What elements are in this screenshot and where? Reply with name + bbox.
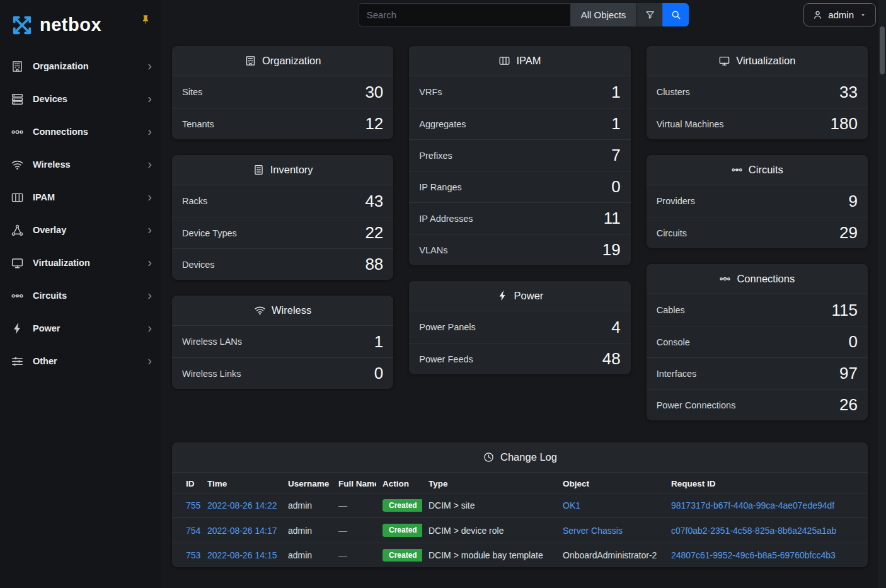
sidebar-item-label: Wireless <box>33 159 139 170</box>
sidebar-item-overlay[interactable]: Overlay› <box>0 214 161 246</box>
chevron-right-icon: › <box>147 354 152 369</box>
sidebar-item-circuits[interactable]: Circuits› <box>0 279 161 312</box>
sidebar-pin-button[interactable] <box>141 12 151 38</box>
search-input[interactable] <box>358 3 570 26</box>
cable-icon <box>11 125 24 139</box>
stat-power-panels[interactable]: Power Panels4 <box>409 311 630 343</box>
stat-racks[interactable]: Racks43 <box>172 185 393 217</box>
stat-power-connections[interactable]: Power Connections26 <box>647 389 868 420</box>
flash-icon <box>497 290 509 302</box>
card-organization: OrganizationSites30Tenants12 <box>172 46 393 139</box>
search-button[interactable] <box>662 3 689 26</box>
sidebar-item-organization[interactable]: Organization› <box>0 50 161 83</box>
app: netbox Organization›Devices›Connections›… <box>0 0 886 588</box>
sidebar-item-devices[interactable]: Devices› <box>0 83 161 115</box>
stat-label: Device Types <box>182 228 237 238</box>
sidebar-item-other[interactable]: Other› <box>0 345 161 378</box>
tune-icon <box>11 355 24 368</box>
object-link[interactable]: OK1 <box>563 500 580 510</box>
card-title: Connections <box>737 273 795 285</box>
request-id-link[interactable]: 9817317d-b67f-440a-99ca-4ae07ede94df <box>671 500 834 510</box>
sidebar-item-ipam[interactable]: IPAM› <box>0 181 161 214</box>
stat-circuits[interactable]: Circuits29 <box>647 217 868 248</box>
request-id-link[interactable]: c07f0ab2-2351-4c58-825a-8b6a2425a1ab <box>671 526 836 536</box>
stat-clusters[interactable]: Clusters33 <box>647 76 868 108</box>
sidebar: netbox Organization›Devices›Connections›… <box>0 0 161 588</box>
time-link[interactable]: 2022-08-26 14:15 <box>207 550 277 560</box>
table-row: 7552022-08-26 14:22admin—CreatedDCIM > s… <box>172 493 868 518</box>
cell-action: Created <box>376 543 422 567</box>
stat-value: 0 <box>611 177 620 197</box>
stat-vrfs[interactable]: VRFs1 <box>409 76 630 108</box>
stat-label: IP Addresses <box>419 214 473 224</box>
stat-ip-addresses[interactable]: IP Addresses11 <box>409 202 630 234</box>
cell-id: 753 <box>172 543 201 567</box>
stat-label: IP Ranges <box>419 182 461 192</box>
stat-label: Wireless Links <box>182 369 241 379</box>
stat-virtual-machines[interactable]: Virtual Machines180 <box>647 108 868 139</box>
status-badge: Created <box>383 524 422 536</box>
stat-devices[interactable]: Devices88 <box>172 248 393 280</box>
stat-wireless-links[interactable]: Wireless Links0 <box>172 357 393 389</box>
topbar: All Objects admin <box>161 0 886 30</box>
filter-button[interactable] <box>636 3 662 26</box>
change-log-title: Change Log <box>500 451 557 463</box>
stat-sites[interactable]: Sites30 <box>172 76 393 108</box>
stat-value: 1 <box>611 114 620 134</box>
stat-value: 180 <box>831 114 858 134</box>
search-icon <box>670 9 681 20</box>
netbox-logo[interactable]: netbox <box>9 12 101 38</box>
cell-time: 2022-08-26 14:15 <box>201 543 282 567</box>
stat-label: Clusters <box>657 87 690 97</box>
id-link[interactable]: 753 <box>186 550 200 560</box>
object-type-dropdown[interactable]: All Objects <box>570 3 637 26</box>
user-menu-label: admin <box>828 9 854 20</box>
chevron-right-icon: › <box>147 289 152 303</box>
time-link[interactable]: 2022-08-26 14:17 <box>207 526 277 536</box>
id-link[interactable]: 755 <box>186 500 200 510</box>
caret-down-icon <box>859 11 867 19</box>
stat-aggregates[interactable]: Aggregates1 <box>409 108 630 139</box>
id-link[interactable]: 754 <box>186 526 200 536</box>
stat-vlans[interactable]: VLANs19 <box>409 234 630 265</box>
card-title: Wireless <box>272 304 311 316</box>
sidebar-item-connections[interactable]: Connections› <box>0 115 161 148</box>
status-badge: Created <box>383 499 422 512</box>
stat-console[interactable]: Console0 <box>647 326 868 357</box>
stat-label: Tenants <box>182 119 214 129</box>
chevron-right-icon: › <box>147 256 152 270</box>
card-title: Power <box>514 290 544 302</box>
cell-action: Created <box>376 493 422 518</box>
stat-label: Wireless LANs <box>182 337 242 347</box>
scrollbar-thumb[interactable] <box>880 26 885 74</box>
table-header-row: IDTimeUsernameFull NameActionTypeObjectR… <box>172 473 868 493</box>
stat-prefixes[interactable]: Prefixes7 <box>409 139 630 171</box>
sidebar-item-power[interactable]: Power› <box>0 312 161 345</box>
stat-value: 88 <box>365 255 383 274</box>
netbox-logo-icon <box>9 12 35 38</box>
object-link[interactable]: Server Chassis <box>563 526 623 536</box>
user-menu[interactable]: admin <box>803 3 876 26</box>
search-bar: All Objects <box>358 3 689 26</box>
sidebar-item-wireless[interactable]: Wireless› <box>0 148 161 181</box>
column-header-id: ID <box>172 473 201 493</box>
stat-power-feeds[interactable]: Power Feeds48 <box>409 343 630 374</box>
stat-tenants[interactable]: Tenants12 <box>172 108 393 139</box>
card-header-organization: Organization <box>172 46 393 76</box>
stat-ip-ranges[interactable]: IP Ranges0 <box>409 171 630 202</box>
request-id-link[interactable]: 24807c61-9952-49c6-b8a5-69760bfcc4b3 <box>671 550 836 560</box>
stat-wireless-lans[interactable]: Wireless LANs1 <box>172 326 393 357</box>
stat-value: 7 <box>611 146 620 165</box>
monitor-icon <box>718 55 730 67</box>
sidebar-header: netbox <box>0 0 161 50</box>
stat-interfaces[interactable]: Interfaces97 <box>647 357 868 389</box>
stat-device-types[interactable]: Device Types22 <box>172 217 393 248</box>
cell-request-id: c07f0ab2-2351-4c58-825a-8b6a2425a1ab <box>665 518 868 543</box>
sidebar-item-virtualization[interactable]: Virtualization› <box>0 246 161 279</box>
time-link[interactable]: 2022-08-26 14:22 <box>207 500 277 510</box>
person-icon <box>812 9 823 20</box>
stat-providers[interactable]: Providers9 <box>647 185 868 217</box>
cell-username: admin <box>282 518 332 543</box>
card-connections: ConnectionsCables115Console0Interfaces97… <box>647 264 868 420</box>
stat-cables[interactable]: Cables115 <box>647 294 868 326</box>
